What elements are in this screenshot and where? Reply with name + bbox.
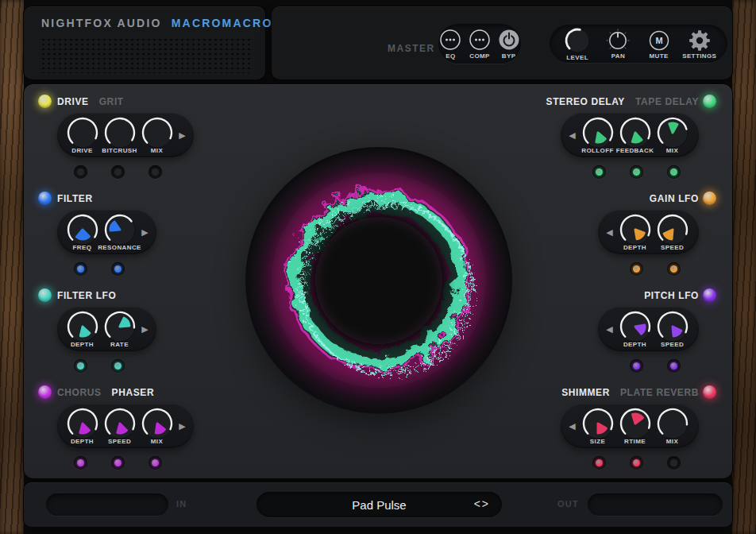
pitch-lfo-tabs: PITCH LFO bbox=[644, 289, 699, 302]
tab-tape-delay[interactable]: TAPE DELAY bbox=[635, 96, 699, 107]
filter-resonance-knob[interactable]: RESONANCE bbox=[102, 213, 137, 251]
chorus-phaser-tabs: CHORUSPHASER bbox=[57, 386, 154, 399]
filter-next-effect-arrow[interactable]: ▶ bbox=[138, 227, 152, 238]
pitch-lfo-prev-effect-arrow[interactable]: ◀ bbox=[603, 324, 616, 335]
mod-led bbox=[148, 165, 162, 179]
mod-led bbox=[74, 262, 87, 276]
chorus-phaser-mix-knob-label: MIX bbox=[151, 438, 163, 445]
chorus-phaser-mix-knob[interactable]: MIX bbox=[140, 407, 175, 445]
chorus-phaser-section: CHORUSPHASERDEPTHSPEEDMIX▶ bbox=[57, 386, 287, 470]
filter-lfo-rate-knob[interactable]: RATE bbox=[102, 310, 137, 348]
master-controls-group: LEVELPANMMUTESETTINGS bbox=[550, 25, 727, 63]
byp-button-label: BYP bbox=[502, 52, 516, 60]
mod-led bbox=[667, 165, 681, 179]
gain-lfo-speed-knob[interactable]: SPEED bbox=[655, 213, 690, 251]
pitch-lfo-knob-pill: ◀DEPTHSPEED bbox=[598, 307, 699, 351]
filter-lfo-mod-leds bbox=[74, 359, 125, 373]
tab-phaser[interactable]: PHASER bbox=[112, 387, 155, 398]
filter-knob-pill: FREQRESONANCE▶ bbox=[57, 210, 156, 254]
tab-filter[interactable]: FILTER bbox=[57, 193, 93, 204]
filter-lfo-next-effect-arrow[interactable]: ▶ bbox=[138, 324, 152, 335]
filter-enable-led[interactable] bbox=[38, 192, 52, 205]
brand-prefix: NIGHTFOX AUDIO bbox=[41, 17, 162, 29]
mute-control-label: MUTE bbox=[649, 52, 668, 60]
drive-mod-leds bbox=[74, 165, 162, 179]
chorus-phaser-knob-pill: DEPTHSPEEDMIX▶ bbox=[57, 404, 194, 448]
chorus-phaser-next-effect-arrow[interactable]: ▶ bbox=[176, 421, 189, 431]
chorus-phaser-depth-knob[interactable]: DEPTH bbox=[65, 407, 100, 445]
mod-led-dot bbox=[152, 168, 159, 176]
settings-control[interactable]: SETTINGS bbox=[681, 29, 719, 60]
drive-drive-knob-label: DRIVE bbox=[71, 147, 92, 154]
gain-lfo-enable-led[interactable] bbox=[703, 192, 716, 205]
chorus-phaser-speed-knob-label: SPEED bbox=[108, 438, 131, 445]
shimmer-tabs: SHIMMERPLATE REVERB bbox=[561, 386, 699, 399]
mod-led bbox=[148, 456, 162, 470]
gain-lfo-prev-effect-arrow[interactable]: ◀ bbox=[603, 227, 616, 238]
tab-grit[interactable]: GRIT bbox=[99, 96, 124, 107]
byp-button[interactable]: BYP bbox=[496, 28, 521, 60]
stereo-delay-rolloff-knob[interactable]: ROLLOFF bbox=[580, 116, 615, 154]
tab-chorus[interactable]: CHORUS bbox=[57, 387, 102, 398]
knob-svg bbox=[619, 407, 652, 440]
chorus-phaser-enable-led[interactable] bbox=[38, 385, 52, 399]
tab-stereo-delay[interactable]: STEREO DELAY bbox=[546, 96, 625, 107]
mute-control[interactable]: MMUTE bbox=[640, 29, 678, 60]
tab-filter-lfo[interactable]: FILTER LFO bbox=[57, 290, 116, 301]
stereo-delay-mix-knob[interactable]: MIX bbox=[655, 116, 690, 154]
stereo-delay-enable-led[interactable] bbox=[703, 95, 716, 108]
preset-selector[interactable]: Pad Pulse <> bbox=[256, 492, 502, 517]
pan-control[interactable]: PAN bbox=[599, 29, 637, 60]
tab-gain-lfo[interactable]: GAIN LFO bbox=[650, 193, 699, 204]
pitch-lfo-mod-leds bbox=[630, 359, 681, 373]
drive-bitcrush-knob[interactable]: BITCRUSH bbox=[102, 116, 137, 154]
tab-plate-reverb[interactable]: PLATE REVERB bbox=[620, 387, 699, 398]
filter-lfo-enable-led[interactable] bbox=[38, 288, 52, 302]
shimmer-size-knob[interactable]: SIZE bbox=[580, 407, 615, 445]
ticks-icon bbox=[606, 29, 630, 52]
knob-svg bbox=[66, 310, 99, 343]
stereo-delay-mod-leds bbox=[592, 165, 681, 179]
knob-svg bbox=[581, 407, 615, 440]
tab-shimmer[interactable]: SHIMMER bbox=[561, 387, 610, 398]
drive-enable-led[interactable] bbox=[38, 95, 52, 108]
filter-tabs: FILTER bbox=[57, 192, 93, 205]
filter-lfo-depth-knob[interactable]: DEPTH bbox=[65, 310, 100, 348]
shimmer-enable-led[interactable] bbox=[703, 385, 716, 399]
shimmer-prev-effect-arrow[interactable]: ◀ bbox=[565, 421, 579, 431]
drive-next-effect-arrow[interactable]: ▶ bbox=[176, 130, 189, 141]
letter-icon: M bbox=[647, 29, 671, 52]
output-level-meter bbox=[588, 493, 723, 516]
drive-drive-knob[interactable]: DRIVE bbox=[65, 116, 100, 154]
spectral-ring-svg bbox=[245, 147, 512, 414]
eq-button[interactable]: EQ bbox=[438, 28, 463, 60]
output-meter-label: OUT bbox=[557, 499, 579, 509]
pitch-lfo-enable-led[interactable] bbox=[703, 288, 716, 302]
tab-pitch-lfo[interactable]: PITCH LFO bbox=[644, 290, 699, 301]
comp-button[interactable]: COMP bbox=[468, 28, 492, 60]
pitch-lfo-depth-knob[interactable]: DEPTH bbox=[618, 310, 653, 348]
filter-lfo-rate-knob-label: RATE bbox=[110, 341, 129, 348]
preset-nav-arrows[interactable]: <> bbox=[474, 497, 490, 510]
filter-freq-knob[interactable]: FREQ bbox=[65, 213, 100, 251]
drive-mix-knob[interactable]: MIX bbox=[140, 116, 175, 154]
mod-led-dot bbox=[670, 362, 677, 370]
stereo-delay-prev-effect-arrow[interactable]: ◀ bbox=[565, 130, 579, 141]
svg-text:M: M bbox=[655, 36, 662, 45]
chorus-phaser-speed-knob[interactable]: SPEED bbox=[102, 407, 137, 445]
filter-lfo-knob-pill: DEPTHRATE▶ bbox=[57, 307, 156, 351]
filter-lfo-section: FILTER LFODEPTHRATE▶ bbox=[57, 289, 287, 373]
filter-resonance-knob-label: RESONANCE bbox=[98, 244, 141, 251]
level-control[interactable]: LEVEL bbox=[558, 27, 596, 61]
gain-lfo-depth-knob[interactable]: DEPTH bbox=[618, 213, 653, 251]
shimmer-rtime-knob[interactable]: RTIME bbox=[618, 407, 653, 445]
knob-svg bbox=[656, 213, 689, 246]
mod-led bbox=[111, 359, 125, 373]
speaker-grille bbox=[40, 37, 251, 73]
mod-led bbox=[667, 359, 681, 373]
pitch-lfo-speed-knob-label: SPEED bbox=[661, 341, 684, 348]
pitch-lfo-speed-knob[interactable]: SPEED bbox=[655, 310, 690, 348]
tab-drive[interactable]: DRIVE bbox=[57, 96, 89, 107]
stereo-delay-feedback-knob[interactable]: FEEDBACK bbox=[618, 116, 653, 154]
shimmer-mix-knob[interactable]: MIX bbox=[655, 407, 690, 445]
